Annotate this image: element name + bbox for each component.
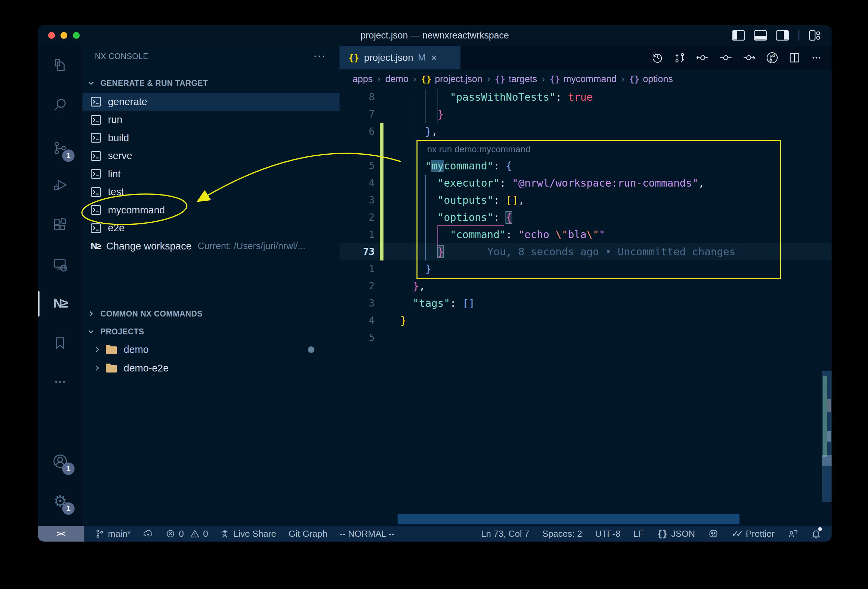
sidebar-more-icon[interactable]: ··· (313, 46, 326, 65)
tab-close-icon[interactable]: × (431, 52, 437, 63)
activity-bar: 1 N≥ 1 ⚙ 1 (38, 46, 83, 526)
code-line-3[interactable]: 3 "outputs": [], (340, 192, 831, 209)
current-change-icon[interactable] (719, 52, 733, 64)
live-share-contacts-icon[interactable] (788, 528, 798, 539)
target-item-build[interactable]: build (83, 129, 340, 147)
remote-indicator[interactable]: >< (38, 526, 84, 542)
breadcrumb-demo[interactable]: demo (385, 74, 409, 84)
more-actions-icon[interactable] (810, 52, 823, 64)
breadcrumb-mycommand[interactable]: mycommand (564, 74, 617, 84)
explorer-icon[interactable] (49, 54, 71, 76)
target-item-e2e[interactable]: e2e (83, 219, 340, 237)
remote-explorer-icon[interactable] (49, 254, 71, 276)
eol-item[interactable]: LF (634, 528, 644, 539)
code-line-2[interactable]: 2 "options": { (340, 209, 831, 226)
git-graph-icon[interactable] (766, 51, 779, 64)
vim-mode-item[interactable]: -- NORMAL -- (340, 528, 394, 539)
git-graph-item[interactable]: Git Graph (289, 528, 328, 539)
target-item-mycommand[interactable]: mycommand (83, 201, 340, 219)
folder-icon (105, 363, 118, 373)
git-change-bar (380, 123, 384, 140)
settings-gear-icon[interactable]: ⚙ 1 (49, 490, 71, 512)
bookmarks-icon[interactable] (49, 332, 71, 354)
more-views-icon[interactable] (49, 371, 71, 393)
problems-item[interactable]: 0 0 (165, 528, 208, 539)
toggle-panel-icon[interactable] (754, 30, 767, 41)
code-area[interactable]: 8 "passWithNoTests": true7 }6 },nx run d… (340, 89, 831, 350)
target-item-generate[interactable]: generate (83, 93, 340, 111)
breadcrumb-apps[interactable]: apps (353, 74, 373, 84)
line-number: 2 (340, 209, 375, 226)
project-item-demo[interactable]: demo (83, 341, 340, 359)
account-icon[interactable]: 1 (49, 450, 71, 472)
split-editor-icon[interactable] (788, 52, 801, 64)
section-projects[interactable]: PROJECTS (83, 325, 340, 339)
target-item-label: test (108, 186, 124, 198)
breadcrumbs[interactable]: apps›demo›{}project.json›{}targets›{}myc… (353, 69, 673, 89)
indentation-item[interactable]: Spaces: 2 (542, 528, 582, 539)
code-line-7[interactable]: 7 } (340, 106, 831, 123)
terminal-icon (90, 204, 102, 216)
run-debug-icon[interactable] (49, 174, 71, 196)
section-generate-run-target[interactable]: GENERATE & RUN TARGET (83, 76, 340, 90)
target-item-serve[interactable]: serve (83, 147, 340, 165)
timeline-history-icon[interactable] (651, 52, 664, 64)
tab-project-json[interactable]: {} project.json M × (340, 46, 461, 69)
code-line-6[interactable]: 6 }, (340, 123, 831, 140)
overview-ruler[interactable] (821, 46, 831, 526)
target-item-lint[interactable]: lint (83, 165, 340, 183)
desktop: project.json — newnxreactwrkspace 1 (0, 0, 868, 589)
notifications-bell-icon[interactable] (811, 528, 821, 539)
cursor-position-item[interactable]: Ln 73, Col 7 (481, 528, 529, 539)
code-line-4[interactable]: 4 "executor": "@nrwl/workspace:run-comma… (340, 174, 831, 192)
target-item-label: e2e (108, 222, 124, 234)
code-line-1[interactable]: 1 "command": "echo \"bla\"" (340, 226, 831, 243)
code-line-73[interactable]: 73 } You, 8 seconds ago • Uncommitted ch… (340, 243, 831, 260)
code-line-8[interactable]: 8 "passWithNoTests": true (340, 89, 831, 106)
previous-change-icon[interactable] (695, 52, 709, 64)
toggle-secondary-sidebar-icon[interactable] (776, 30, 789, 41)
section-common-nx-commands[interactable]: COMMON NX COMMANDS (83, 307, 340, 321)
branch-item[interactable]: main* (95, 528, 131, 539)
source-control-icon[interactable]: 1 (49, 137, 71, 159)
encoding-item[interactable]: UTF-8 (595, 528, 621, 539)
chevron-down-icon (87, 79, 96, 88)
project-item-demo-e2e[interactable]: demo-e2e (83, 359, 340, 377)
prettier-item[interactable]: ✓✓ Prettier (732, 528, 775, 539)
next-change-icon[interactable] (742, 52, 756, 64)
source-control-badge: 1 (62, 149, 75, 162)
code-line-5[interactable]: 5 "mycommand": { (340, 157, 831, 174)
code-line-1[interactable]: 1 } (340, 260, 831, 278)
sidebar-title: NX CONSOLE (95, 46, 148, 67)
breadcrumb-targets[interactable]: targets (509, 74, 537, 84)
customize-layout-icon[interactable] (809, 30, 821, 41)
target-item-run[interactable]: run (83, 111, 340, 129)
errors-icon (165, 529, 175, 539)
code-line-4[interactable]: 4} (340, 312, 831, 329)
smiley-icon[interactable] (708, 528, 719, 539)
live-share-item[interactable]: Live Share (220, 528, 276, 539)
git-branch-icon (95, 529, 105, 539)
extensions-icon[interactable] (49, 214, 71, 236)
horizontal-scrollbar[interactable] (397, 514, 740, 524)
double-check-icon: ✓✓ (732, 528, 741, 539)
code-line-5[interactable]: 5 (340, 329, 831, 346)
code-line-3[interactable]: 3 "tags": [] (340, 295, 831, 312)
code-line-codelens[interactable]: nx run demo:mycommand (340, 140, 831, 157)
target-item-test[interactable]: test (83, 183, 340, 201)
compare-changes-icon[interactable] (673, 52, 686, 64)
toggle-primary-sidebar-icon[interactable] (732, 30, 745, 41)
change-workspace-item[interactable]: N≥ Change workspace Current: /Users/juri… (83, 237, 340, 255)
editor-toolbar (651, 46, 823, 69)
terminal-icon (90, 168, 102, 180)
code-line-2[interactable]: 2 }, (340, 278, 831, 295)
chevron-right-icon (93, 363, 102, 372)
code-text: nx run demo:mycommand (384, 140, 531, 157)
window-title: project.json — newnxreactwrkspace (38, 25, 831, 46)
sync-item[interactable] (143, 528, 153, 539)
breadcrumb-options[interactable]: options (643, 74, 673, 84)
language-mode-item[interactable]: {} JSON (657, 528, 695, 539)
search-icon[interactable] (49, 94, 71, 116)
breadcrumb-project.json[interactable]: project.json (435, 74, 483, 84)
nx-console-icon[interactable]: N≥ (49, 292, 71, 314)
